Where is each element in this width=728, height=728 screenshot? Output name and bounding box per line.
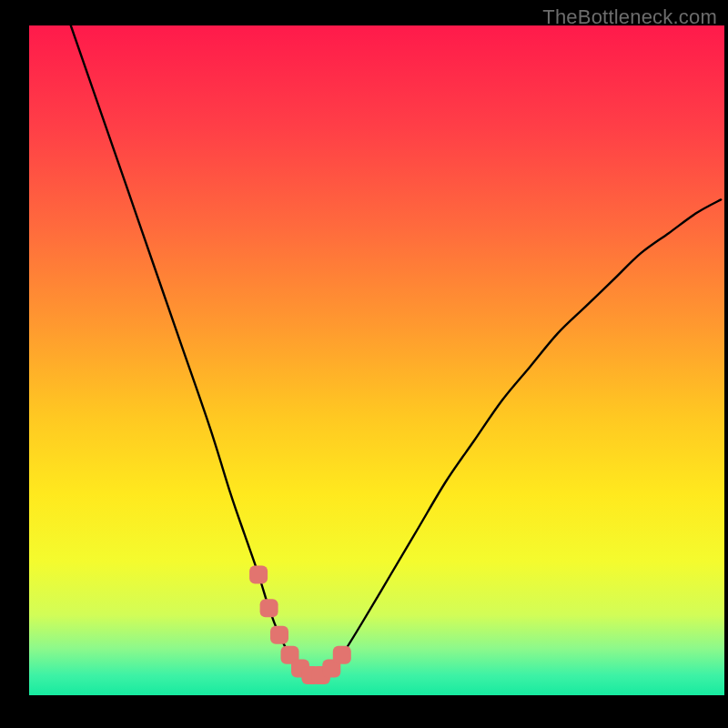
curve-marker — [249, 566, 268, 584]
curve-marker — [270, 626, 288, 644]
watermark-text: TheBottleneck.com — [542, 5, 717, 29]
chart-frame: TheBottleneck.com — [29, 0, 724, 724]
plot-area — [29, 25, 724, 695]
bottleneck-curve — [29, 25, 724, 695]
curve-marker — [260, 599, 278, 617]
curve-marker — [333, 646, 351, 664]
